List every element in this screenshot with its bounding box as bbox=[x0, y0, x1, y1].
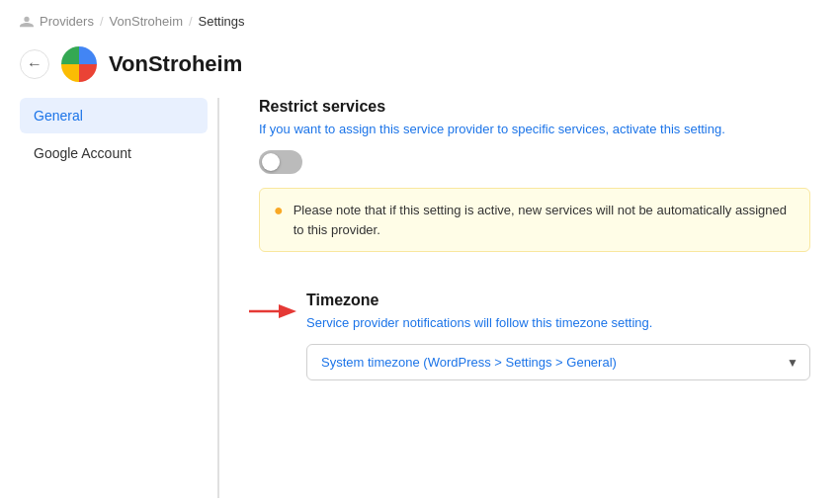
breadcrumb-current: Settings bbox=[199, 14, 245, 29]
sidebar-divider bbox=[217, 98, 219, 498]
breadcrumb-providers[interactable]: Providers bbox=[40, 14, 94, 29]
toggle-track bbox=[259, 150, 302, 174]
back-button[interactable]: ← bbox=[20, 49, 49, 79]
sidebar-item-google-account[interactable]: Google Account bbox=[20, 135, 208, 171]
timezone-row: Timezone Service provider notifications … bbox=[259, 284, 810, 380]
timezone-description: Service provider notifications will foll… bbox=[306, 315, 810, 330]
timezone-title: Timezone bbox=[306, 292, 810, 309]
main-layout: General Google Account Restrict services… bbox=[0, 98, 840, 498]
page-header: ← VonStroheim bbox=[0, 39, 840, 98]
timezone-section: Timezone Service provider notifications … bbox=[306, 292, 810, 380]
timezone-select-wrapper: System timezone (WordPress > Settings > … bbox=[306, 344, 810, 380]
restrict-services-title: Restrict services bbox=[259, 98, 810, 116]
red-arrow-annotation bbox=[249, 290, 298, 322]
person-icon bbox=[20, 15, 34, 29]
provider-name: VonStroheim bbox=[109, 51, 242, 77]
warning-icon: ● bbox=[274, 202, 284, 219]
breadcrumb: Providers / VonStroheim / Settings bbox=[0, 0, 840, 39]
breadcrumb-sep-1: / bbox=[100, 14, 104, 29]
provider-logo bbox=[61, 46, 97, 82]
svg-marker-1 bbox=[279, 304, 296, 318]
restrict-services-toggle[interactable] bbox=[259, 150, 302, 174]
warning-text: Please note that if this setting is acti… bbox=[294, 201, 796, 239]
restrict-services-description: If you want to assign this service provi… bbox=[259, 122, 810, 136]
toggle-thumb bbox=[262, 153, 280, 171]
main-content: Restrict services If you want to assign … bbox=[249, 98, 820, 498]
sidebar: General Google Account bbox=[20, 98, 217, 498]
breadcrumb-sep-2: / bbox=[189, 14, 193, 29]
sidebar-item-general[interactable]: General bbox=[20, 98, 208, 133]
restrict-services-section: Restrict services If you want to assign … bbox=[259, 98, 810, 252]
warning-box: ● Please note that if this setting is ac… bbox=[259, 188, 810, 252]
breadcrumb-vonstroheim[interactable]: VonStroheim bbox=[110, 14, 183, 29]
timezone-select[interactable]: System timezone (WordPress > Settings > … bbox=[306, 344, 810, 380]
